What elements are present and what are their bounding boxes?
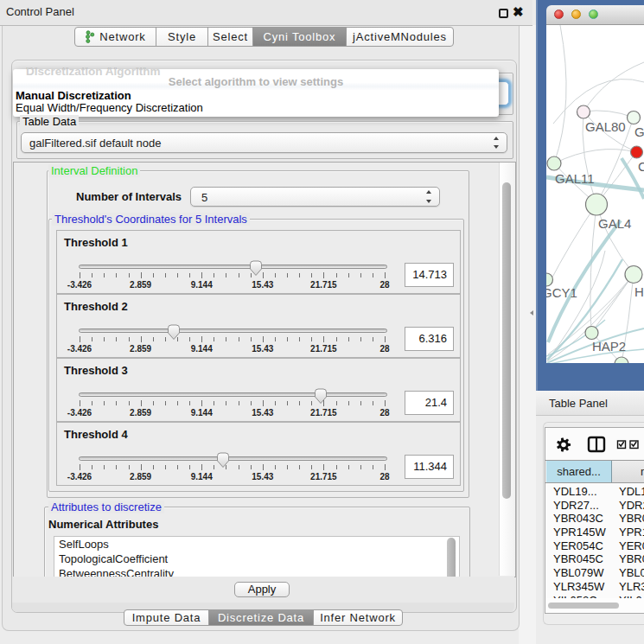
svg-text:HAP2: HAP2 — [592, 339, 626, 354]
svg-text:G.: G. — [634, 124, 644, 139]
svg-text:GAL80: GAL80 — [585, 119, 626, 134]
svg-text:GAL4: GAL4 — [598, 216, 631, 231]
svg-text:H: H — [634, 284, 644, 299]
svg-text:C: C — [638, 159, 644, 174]
svg-text:GAL11: GAL11 — [555, 171, 595, 186]
svg-text:GCY1: GCY1 — [546, 285, 577, 300]
